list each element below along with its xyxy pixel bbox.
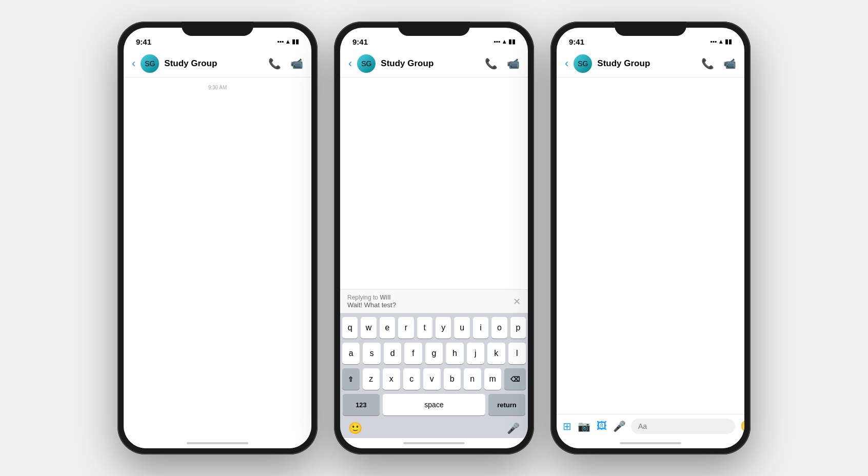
nav-bar: ‹ SG Study Group 📞 📹 — [340, 50, 528, 77]
status-icons: ▪▪▪ ▴ ▮▮ — [494, 38, 516, 45]
home-bar — [340, 438, 528, 448]
status-time: 9:41 — [352, 37, 368, 46]
key-a[interactable]: a — [342, 343, 360, 364]
key-w[interactable]: w — [361, 317, 376, 339]
group-name: Study Group — [164, 58, 263, 69]
status-time: 9:41 — [136, 37, 151, 46]
key-g[interactable]: g — [425, 343, 443, 364]
wifi-icon: ▴ — [503, 38, 506, 45]
return-key[interactable]: return — [488, 394, 525, 415]
keyboard-row-1: asdfghjkl — [342, 343, 526, 364]
back-button[interactable]: ‹ — [565, 57, 568, 70]
keyboard-bottom-row: 123 space return — [342, 394, 526, 415]
back-button[interactable]: ‹ — [348, 57, 352, 70]
signal-icon: ▪▪▪ — [277, 38, 284, 45]
wifi-icon: ▴ — [286, 38, 289, 45]
phone-phone2: 9:41 ▪▪▪ ▴ ▮▮ ‹ SG Study Group 📞 📹 — [334, 22, 534, 454]
chat-area — [340, 77, 528, 289]
grid-icon[interactable]: ⊞ — [563, 420, 571, 432]
group-name: Study Group — [381, 58, 480, 69]
phone-screen: 9:41 ▪▪▪ ▴ ▮▮ ‹ SG Study Group 📞 📹 9:30 … — [124, 28, 311, 448]
key-h[interactable]: h — [446, 343, 463, 364]
chat-area: 9:30 AM — [124, 77, 311, 438]
key-i[interactable]: i — [473, 317, 488, 339]
photo-icon[interactable]: 🖼 — [597, 420, 607, 432]
keyboard[interactable]: qwertyuiop asdfghjkl ⇧ zxcvbnm ⌫ 123 spa… — [340, 313, 528, 438]
key-y[interactable]: y — [436, 317, 451, 339]
key-l[interactable]: l — [508, 343, 526, 364]
input-icon-group: ⊞ 📷 🖼 🎤 — [563, 420, 626, 432]
reply-preview-text: Wait! What test? — [347, 301, 396, 309]
key-j[interactable]: j — [467, 343, 484, 364]
key-b[interactable]: b — [444, 368, 461, 390]
key-x[interactable]: x — [383, 368, 400, 390]
reply-bar: Replying to Will Wait! What test? ✕ — [340, 289, 528, 313]
home-indicator — [403, 442, 465, 444]
phone-phone3: 9:41 ▪▪▪ ▴ ▮▮ ‹ SG Study Group 📞 📹 — [550, 22, 751, 454]
call-icon[interactable]: 📞 — [268, 57, 281, 70]
group-avatar[interactable]: SG — [141, 54, 159, 73]
notch — [398, 22, 470, 36]
video-icon[interactable]: 📹 — [507, 57, 520, 70]
reply-info: Replying to Will Wait! What test? — [347, 294, 396, 309]
delete-key[interactable]: ⌫ — [504, 368, 526, 390]
battery-icon: ▮▮ — [508, 38, 516, 45]
video-icon[interactable]: 📹 — [290, 57, 303, 70]
home-indicator — [187, 442, 248, 444]
keyboard-row-0: qwertyuiop — [342, 317, 526, 339]
call-icon[interactable]: 📞 — [485, 57, 498, 70]
call-icon[interactable]: 📞 — [701, 57, 714, 70]
phone-phone1: 9:41 ▪▪▪ ▴ ▮▮ ‹ SG Study Group 📞 📹 9:30 … — [117, 22, 318, 454]
nav-actions: 📞 📹 — [268, 57, 303, 70]
camera-icon[interactable]: 📷 — [578, 420, 590, 432]
shift-key[interactable]: ⇧ — [342, 368, 360, 390]
nav-bar: ‹ SG Study Group 📞 📹 — [124, 50, 311, 77]
key-p[interactable]: p — [510, 317, 526, 339]
notch — [182, 22, 253, 36]
key-o[interactable]: o — [491, 317, 507, 339]
signal-icon: ▪▪▪ — [710, 38, 717, 45]
nav-bar: ‹ SG Study Group 📞 📹 — [557, 50, 744, 77]
key-f[interactable]: f — [404, 343, 422, 364]
group-avatar[interactable]: SG — [574, 54, 592, 73]
keyboard-row-2: ⇧ zxcvbnm ⌫ — [342, 368, 526, 390]
emoji-button[interactable]: 🙂 — [740, 420, 744, 433]
video-icon[interactable]: 📹 — [723, 57, 736, 70]
back-button[interactable]: ‹ — [132, 57, 135, 70]
key-c[interactable]: c — [403, 368, 421, 390]
status-icons: ▪▪▪ ▴ ▮▮ — [710, 38, 732, 45]
signal-icon: ▪▪▪ — [494, 38, 500, 45]
notch — [615, 22, 686, 36]
numbers-key[interactable]: 123 — [343, 394, 380, 415]
key-r[interactable]: r — [398, 317, 413, 339]
key-q[interactable]: q — [342, 317, 358, 339]
key-n[interactable]: n — [464, 368, 481, 390]
message-input[interactable] — [631, 419, 735, 434]
group-avatar[interactable]: SG — [357, 54, 376, 73]
home-indicator — [620, 442, 681, 444]
space-key[interactable]: space — [383, 394, 485, 415]
home-bar — [124, 438, 311, 448]
key-t[interactable]: t — [417, 317, 432, 339]
key-z[interactable]: z — [363, 368, 380, 390]
key-v[interactable]: v — [423, 368, 441, 390]
status-time: 9:41 — [569, 37, 584, 46]
key-m[interactable]: m — [484, 368, 502, 390]
reply-close-button[interactable]: ✕ — [513, 296, 521, 307]
emoji-key[interactable]: 🙂 — [348, 422, 362, 435]
timestamp: 9:30 AM — [130, 85, 305, 90]
key-u[interactable]: u — [454, 317, 469, 339]
battery-icon: ▮▮ — [292, 38, 299, 45]
key-s[interactable]: s — [363, 343, 380, 364]
key-e[interactable]: e — [380, 317, 395, 339]
home-bar — [557, 438, 744, 448]
phone-screen: 9:41 ▪▪▪ ▴ ▮▮ ‹ SG Study Group 📞 📹 — [340, 28, 528, 448]
input-bar: ⊞ 📷 🖼 🎤 🙂 👍 — [557, 414, 744, 438]
key-k[interactable]: k — [487, 343, 505, 364]
key-d[interactable]: d — [384, 343, 401, 364]
mic-icon[interactable]: 🎤 — [613, 420, 626, 432]
status-icons: ▪▪▪ ▴ ▮▮ — [277, 38, 299, 45]
nav-actions: 📞 📹 — [485, 57, 520, 70]
mic-key[interactable]: 🎤 — [507, 422, 520, 434]
nav-actions: 📞 📹 — [701, 57, 736, 70]
